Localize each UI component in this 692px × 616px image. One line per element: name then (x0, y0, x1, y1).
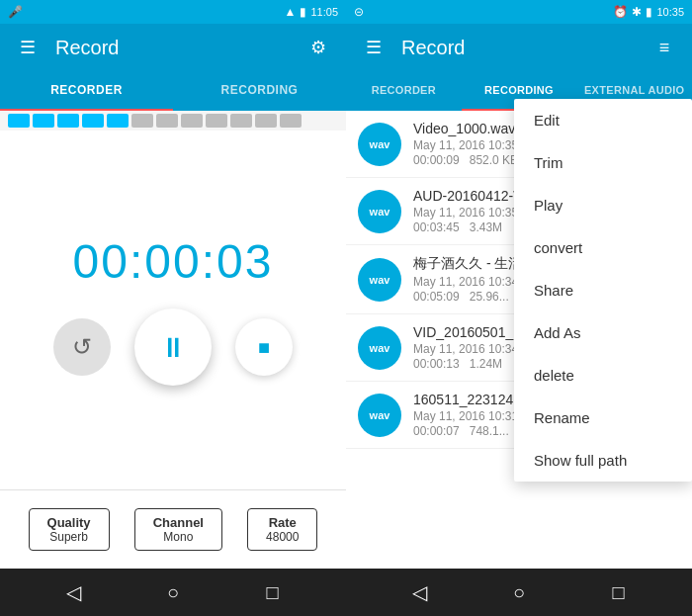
left-time: 11:05 (310, 6, 338, 18)
right-top-bar: ☰ Record ≡ (346, 24, 692, 71)
wav-badge-2: wav (358, 190, 401, 233)
record-indicator-icon: ⊝ (354, 5, 364, 19)
left-nav-bar: ◁ ○ □ (0, 569, 346, 616)
prog-block-8 (181, 114, 203, 128)
tab-recording-left[interactable]: RECORDING (173, 71, 346, 111)
alarm-icon: ⏰ (613, 5, 628, 19)
right-nav-bar: ◁ ○ □ (346, 569, 692, 616)
pause-icon: ⏸ (159, 331, 187, 364)
context-menu-rename[interactable]: Rename (514, 396, 692, 439)
pause-button[interactable]: ⏸ (134, 308, 212, 386)
context-menu-show-full-path[interactable]: Show full path (514, 439, 692, 482)
right-status-bar: ⊝ ⏰ ✱ ▮ 10:35 (346, 0, 692, 24)
right-more-button[interactable]: ≡ (649, 32, 680, 63)
right-status-bar-left: ⊝ (354, 5, 364, 19)
tab-recorder-left[interactable]: RECORDER (0, 71, 173, 111)
channel-label: Channel (153, 515, 204, 530)
wav-badge-5: wav (358, 394, 401, 437)
prog-block-6 (131, 114, 153, 128)
left-settings-button[interactable]: ⚙ (303, 32, 334, 63)
tab-recorder-right[interactable]: RECORDER (346, 71, 462, 111)
wifi-icon: ▲ (285, 5, 297, 19)
context-menu-delete[interactable]: delete (514, 354, 692, 396)
quality-value: Superb (49, 530, 88, 544)
wav-badge-3: wav (358, 258, 401, 302)
left-back-button[interactable]: ◁ (53, 572, 93, 612)
right-recent-button[interactable]: □ (599, 572, 639, 612)
right-menu-button[interactable]: ☰ (358, 32, 389, 63)
context-menu-trim[interactable]: Trim (514, 141, 692, 184)
prog-block-2 (33, 114, 54, 128)
left-status-bar-right: ▲ ▮ 11:05 (285, 5, 338, 19)
quality-rate: Rate 48000 (247, 508, 317, 551)
right-time: 10:35 (656, 6, 684, 18)
reset-button[interactable]: ↺ (53, 318, 111, 376)
left-panel: 🎤 ▲ ▮ 11:05 ☰ Record ⚙ RECORDER RECORDIN… (0, 0, 346, 616)
channel-value: Mono (163, 530, 193, 544)
controls: ↺ ⏸ ■ (53, 308, 293, 386)
left-menu-button[interactable]: ☰ (12, 32, 43, 63)
left-tabs: RECORDER RECORDING (0, 71, 346, 111)
prog-block-1 (8, 114, 30, 128)
right-app-title: Record (401, 37, 649, 59)
right-bluetooth-icon: ✱ (632, 5, 642, 19)
rate-label: Rate (269, 515, 297, 530)
battery-icon: ▮ (300, 5, 306, 19)
context-menu-convert[interactable]: convert (514, 226, 692, 269)
prog-block-4 (82, 114, 104, 128)
left-recent-button[interactable]: □ (253, 572, 293, 612)
prog-block-9 (206, 114, 227, 128)
prog-block-10 (230, 114, 252, 128)
prog-block-3 (57, 114, 79, 128)
right-battery-icon: ▮ (646, 5, 652, 19)
microphone-icon: 🎤 (8, 5, 23, 19)
stop-button[interactable]: ■ (235, 318, 293, 376)
timer-display: 00:00:03 (73, 234, 274, 289)
context-menu-play[interactable]: Play (514, 184, 692, 226)
context-menu: Edit Trim Play convert Share Add As dele… (514, 99, 692, 482)
context-menu-share[interactable]: Share (514, 269, 692, 311)
context-menu-add-as[interactable]: Add As (514, 311, 692, 354)
left-top-bar: ☰ Record ⚙ (0, 24, 346, 71)
stop-icon: ■ (258, 336, 270, 359)
prog-block-12 (280, 114, 302, 128)
quality-bar: Quality Superb Channel Mono Rate 48000 (0, 489, 346, 569)
right-status-bar-right: ⏰ ✱ ▮ 10:35 (613, 5, 684, 19)
rate-value: 48000 (266, 530, 299, 544)
right-back-button[interactable]: ◁ (399, 572, 439, 612)
quality-label: Quality (47, 515, 91, 530)
prog-block-7 (156, 114, 178, 128)
quality-channel: Channel Mono (134, 508, 222, 551)
left-home-button[interactable]: ○ (153, 572, 193, 612)
timer-section: 00:00:03 ↺ ⏸ ■ (0, 131, 346, 489)
wav-badge-4: wav (358, 326, 401, 370)
wav-badge-1: wav (358, 123, 401, 166)
left-app-title: Record (55, 37, 303, 59)
right-panel: ⊝ ⏰ ✱ ▮ 10:35 ☰ Record ≡ RECORDER RECORD… (346, 0, 692, 616)
quality-superb: Quality Superb (29, 508, 110, 551)
right-home-button[interactable]: ○ (499, 572, 539, 612)
progress-container (0, 111, 346, 131)
left-status-bar-left: 🎤 (8, 5, 23, 19)
reset-icon: ↺ (72, 333, 92, 361)
left-status-bar: 🎤 ▲ ▮ 11:05 (0, 0, 346, 24)
prog-block-5 (107, 114, 129, 128)
context-menu-edit[interactable]: Edit (514, 99, 692, 141)
prog-block-11 (255, 114, 277, 128)
